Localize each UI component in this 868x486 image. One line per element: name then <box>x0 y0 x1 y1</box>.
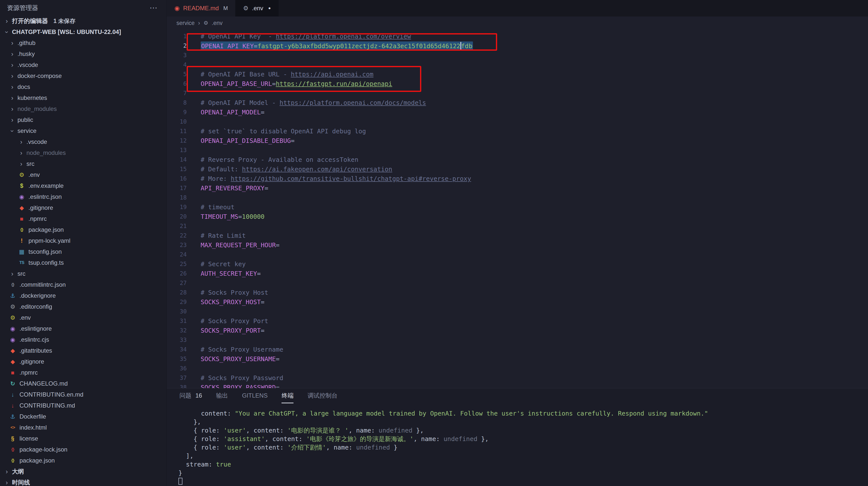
code-line[interactable]: 4 <box>167 60 868 69</box>
panel-tab-GITLENS[interactable]: GITLENS <box>242 388 268 403</box>
code-line[interactable]: 25# Secret key <box>167 259 868 269</box>
panel-tab-终端[interactable]: 终端 <box>281 388 293 403</box>
code-line[interactable]: 11# set `true` to disable OpenAI API deb… <box>167 126 868 136</box>
code-line[interactable]: 29SOCKS_PROXY_HOST= <box>167 297 868 307</box>
tab-.env[interactable]: ⚙.env● <box>236 0 279 17</box>
code-line[interactable]: 26AUTH_SECRET_KEY= <box>167 269 868 278</box>
code-line[interactable]: 14# Reverse Proxy - Available on accessT… <box>167 155 868 164</box>
panel-tab-调试控制台[interactable]: 调试控制台 <box>307 388 337 403</box>
tree-folder-.vscode[interactable]: ›.vscode <box>0 59 166 70</box>
code-line[interactable]: 24 <box>167 250 868 259</box>
code-line[interactable]: 18 <box>167 193 868 202</box>
code-line[interactable]: 5# OpenAI API Base URL - https://api.ope… <box>167 69 868 79</box>
tree-file-CONTRIBUTING.md[interactable]: ↓CONTRIBUTING.md <box>0 400 166 411</box>
code-line[interactable]: 21 <box>167 221 868 231</box>
tree-file-.eslintignore[interactable]: ◉.eslintignore <box>0 323 166 334</box>
code-line[interactable]: 10 <box>167 117 868 126</box>
tree-file-CHANGELOG.md[interactable]: ↻CHANGELOG.md <box>0 378 166 389</box>
code-line[interactable]: 36 <box>167 364 868 373</box>
code-line[interactable]: 8# OpenAI API Model - https://platform.o… <box>167 98 868 107</box>
tab-README.md[interactable]: ◉README.mdM <box>167 0 236 17</box>
project-root-section[interactable]: › CHATGPT-WEB [WSL: UBUNTU-22.04] <box>0 26 166 37</box>
tree-file-.npmrc[interactable]: ■.npmrc <box>0 213 166 224</box>
tree-folder-src[interactable]: ›src <box>0 268 166 279</box>
code-line[interactable]: 16# More: https://github.com/transitive-… <box>167 174 868 183</box>
tree-file-.commitlintrc.json[interactable]: {}.commitlintrc.json <box>0 279 166 290</box>
line-number: 18 <box>167 194 187 201</box>
tree-file-.eslintrc.cjs[interactable]: ◉.eslintrc.cjs <box>0 334 166 345</box>
code-line[interactable]: 37# Socks Proxy Password <box>167 373 868 382</box>
tree-file-package-lock.json[interactable]: {}package-lock.json <box>0 444 166 455</box>
tree-folder-service[interactable]: ›service <box>0 125 166 136</box>
code-line[interactable]: 7 <box>167 88 868 98</box>
more-actions-icon[interactable]: ⋯ <box>150 3 157 12</box>
breadcrumb[interactable]: service › ⚙ .env <box>167 17 868 29</box>
code-line[interactable]: 17API_REVERSE_PROXY= <box>167 183 868 193</box>
code-line[interactable]: 34# Socks Proxy Username <box>167 345 868 354</box>
file-name: .eslintrc.json <box>28 193 62 200</box>
code-line[interactable]: 33 <box>167 335 868 345</box>
code-line[interactable]: 1# OpenAI API Key - https://platform.ope… <box>167 31 868 41</box>
code-line[interactable]: 28# Socks Proxy Host <box>167 288 868 297</box>
code-line[interactable]: 35SOCKS_PROXY_USERNAME= <box>167 354 868 364</box>
panel-tab-输出[interactable]: 输出 <box>216 388 228 403</box>
code-line[interactable]: 38SOCKS_PROXY_PASSWORD= <box>167 382 868 388</box>
tree-file-.gitignore[interactable]: ◆.gitignore <box>0 202 166 213</box>
timeline-section[interactable]: › 时间线 <box>0 477 166 486</box>
tree-file-.eslintrc.json[interactable]: ◉.eslintrc.json <box>0 191 166 202</box>
code-line[interactable]: 22# Rate Limit <box>167 231 868 240</box>
tree-file-tsconfig.json[interactable]: ▦tsconfig.json <box>0 246 166 257</box>
tree-folder-src[interactable]: ›src <box>0 158 166 169</box>
tree-folder-.vscode[interactable]: ›.vscode <box>0 136 166 147</box>
code-line[interactable]: 9OPENAI_API_MODEL= <box>167 107 868 117</box>
code-line[interactable]: 15# Default: https://ai.fakeopen.com/api… <box>167 164 868 174</box>
code-line[interactable]: 2OPENAI_API_KEY=fastgpt-y6b3axfbdd5wyp01… <box>167 41 868 51</box>
tree-file-package.json[interactable]: {}package.json <box>0 455 166 466</box>
code-line[interactable]: 30 <box>167 307 868 316</box>
code-line[interactable]: 31# Socks Proxy Port <box>167 316 868 326</box>
breadcrumb-file[interactable]: .env <box>212 20 222 26</box>
tree-file-.env.example[interactable]: $.env.example <box>0 180 166 191</box>
tree-folder-docker-compose[interactable]: ›docker-compose <box>0 70 166 81</box>
code-line[interactable]: 19# timeout <box>167 202 868 212</box>
tree-file-.gitattributes[interactable]: ◆.gitattributes <box>0 345 166 356</box>
tree-file-package.json[interactable]: {}package.json <box>0 224 166 235</box>
tree-folder-.husky[interactable]: ›.husky <box>0 49 166 59</box>
code-line[interactable]: 12OPENAI_API_DISABLE_DEBUG= <box>167 136 868 145</box>
tree-folder-docs[interactable]: ›docs <box>0 81 166 92</box>
outline-section[interactable]: › 大纲 <box>0 466 166 477</box>
code-editor[interactable]: 1# OpenAI API Key - https://platform.ope… <box>167 29 868 388</box>
tree-file-Dockerfile[interactable]: ⚓Dockerfile <box>0 411 166 422</box>
tree-file-.gitignore[interactable]: ◆.gitignore <box>0 356 166 367</box>
code-token: = <box>261 327 265 334</box>
code-line[interactable]: 6OPENAI_API_BASE_URL=https://fastgpt.run… <box>167 79 868 88</box>
terminal-token: , content: <box>265 435 306 442</box>
tree-file-.editorconfig[interactable]: ⚙.editorconfig <box>0 301 166 312</box>
code-line[interactable]: 32SOCKS_PROXY_PORT= <box>167 326 868 335</box>
code-token: = <box>265 184 268 192</box>
tree-file-index.html[interactable]: <>index.html <box>0 422 166 433</box>
code-line[interactable]: 20TIMEOUT_MS=100000 <box>167 212 868 221</box>
tree-file-CONTRIBUTING.en.md[interactable]: ↓CONTRIBUTING.en.md <box>0 389 166 400</box>
tree-file-.env[interactable]: ⚙.env <box>0 169 166 180</box>
tree-file-tsup.config.ts[interactable]: TStsup.config.ts <box>0 257 166 268</box>
terminal[interactable]: content: "You are ChatGPT, a large langu… <box>167 403 868 486</box>
tree-file-.env[interactable]: ⚙.env <box>0 312 166 323</box>
open-editors-section[interactable]: › 打开的编辑器 1 未保存 <box>0 16 166 26</box>
code-token: = <box>276 241 280 249</box>
panel-tab-问题[interactable]: 问题16 <box>180 388 202 403</box>
code-line[interactable]: 27 <box>167 278 868 288</box>
tree-folder-node_modules[interactable]: ›node_modules <box>0 147 166 158</box>
tree-file-pnpm-lock.yaml[interactable]: !pnpm-lock.yaml <box>0 235 166 246</box>
tree-file-.npmrc[interactable]: ■.npmrc <box>0 367 166 378</box>
code-line[interactable]: 13 <box>167 145 868 155</box>
code-line[interactable]: 23MAX_REQUEST_PER_HOUR= <box>167 240 868 250</box>
tree-file-.dockerignore[interactable]: ⚓.dockerignore <box>0 290 166 301</box>
tree-folder-.github[interactable]: ›.github <box>0 37 166 49</box>
tree-folder-kubernetes[interactable]: ›kubernetes <box>0 92 166 104</box>
tree-folder-public[interactable]: ›public <box>0 114 166 125</box>
breadcrumb-folder[interactable]: service <box>177 20 195 26</box>
tree-file-license[interactable]: §license <box>0 433 166 444</box>
tree-folder-node_modules[interactable]: ›node_modules <box>0 104 166 114</box>
code-line[interactable]: 3 <box>167 51 868 60</box>
